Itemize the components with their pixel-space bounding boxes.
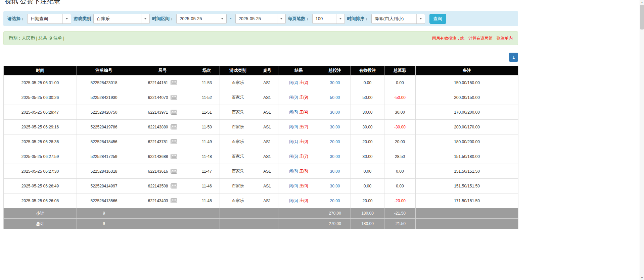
result-cell: 闲(6) 庄(6): [278, 164, 319, 179]
subtotal-row-total-bet: 270.00: [319, 208, 351, 219]
total-bet-link[interactable]: 30.00: [330, 184, 340, 188]
query-type-select[interactable]: 日期查询: [27, 14, 71, 24]
column-header-0: 时间: [4, 66, 77, 75]
bet-id-cell: 522528419786: [77, 120, 131, 134]
table-no-cell: AS1: [256, 134, 278, 149]
round-wrap: 622143781: [148, 139, 177, 144]
game-type-cell: 百家乐: [220, 90, 256, 105]
date-to-select[interactable]: 2025-05-25: [235, 14, 286, 24]
total-bet-link[interactable]: 30.00: [330, 110, 340, 115]
round-replay-icon[interactable]: [171, 110, 177, 115]
round-number: 622144070: [148, 95, 168, 100]
valid-bet-cell: 20.00: [351, 134, 384, 149]
records-tfoot: 小计9270.00180.00-21.50总计9270.00180.00-21.…: [4, 208, 518, 229]
column-header-4: 游戏类别: [220, 66, 256, 75]
table-no-cell: AS1: [256, 149, 278, 164]
table-no-cell: AS1: [256, 179, 278, 193]
time-cell: 2025-05-25 06:27:30: [4, 164, 77, 179]
result-player: 闲(2): [289, 80, 298, 85]
round-replay-icon[interactable]: [171, 124, 177, 129]
payout-cell: -20.00: [384, 193, 416, 208]
total-bet-cell: 30.00: [319, 179, 351, 193]
chevron-down-icon: [141, 14, 149, 23]
round-replay-icon[interactable]: [171, 154, 177, 159]
date-from-select[interactable]: 2025-05-25: [176, 14, 227, 24]
session-cell: 11-48: [194, 149, 220, 164]
date-range-label: 时间区间：: [152, 16, 174, 22]
session-cell: 11-52: [194, 90, 220, 105]
round-replay-icon[interactable]: [171, 139, 177, 144]
query-type-label: 请选择：: [7, 16, 25, 22]
total-bet-link[interactable]: 30.00: [330, 154, 340, 159]
sort-selected-value: 降冪(由大到小): [372, 16, 407, 22]
total-bet-link[interactable]: 20.00: [330, 139, 340, 144]
round-replay-icon[interactable]: [171, 183, 177, 188]
vertical-scrollbar[interactable]: ▲ ▼: [640, 0, 644, 229]
records-tbody: 2025-05-25 06:31:00522528423018622144151…: [4, 75, 518, 208]
bet-records-table: 时间注单编号局号场次游戏类别桌号结果总投注有效投注总派彩备注 2025-05-2…: [3, 66, 518, 229]
page-size-selected-value: 100: [313, 16, 326, 21]
valid-bet-cell: 20.00: [351, 193, 384, 208]
game-type-cell: 百家乐: [220, 120, 256, 134]
session-cell: 11-49: [194, 134, 220, 149]
round-wrap: 622144151: [148, 80, 177, 85]
session-cell: 11-50: [194, 120, 220, 134]
payout-cell: -50.00: [384, 90, 416, 105]
page-size-select[interactable]: 100: [312, 14, 345, 24]
game-type-label: 游戏类别: [74, 16, 91, 22]
table-no-cell: AS1: [256, 90, 278, 105]
chevron-down-icon: [277, 14, 285, 23]
result-banker: 庄(7): [299, 154, 308, 159]
result-player: 闲(0): [289, 183, 298, 188]
game-type-select[interactable]: 百家乐: [93, 14, 150, 24]
valid-bet-cell: 30.00: [351, 120, 384, 134]
total-bet-link[interactable]: 50.00: [330, 95, 340, 100]
subtotal-row-valid-bet: 180.00: [351, 208, 384, 219]
total-bet-link[interactable]: 30.00: [330, 80, 340, 85]
bet-id-cell: 522528413566: [77, 193, 131, 208]
search-button[interactable]: 查询: [429, 14, 446, 24]
total-bet-link[interactable]: 30.00: [330, 125, 340, 129]
date-range-separator: ~: [229, 16, 233, 21]
session-cell: 11-45: [194, 193, 220, 208]
result-banker: 庄(6): [299, 169, 308, 173]
total-bet-link[interactable]: 20.00: [330, 199, 340, 203]
table-row: 2025-05-25 06:30:26522528421930622144070…: [4, 90, 518, 105]
round-replay-icon[interactable]: [171, 198, 177, 203]
round-wrap: 622143403: [148, 198, 177, 203]
round-replay-icon[interactable]: [171, 80, 177, 85]
page-button-1[interactable]: 1: [509, 53, 518, 62]
chevron-down-icon: [336, 14, 344, 23]
total-bet-cell: 30.00: [319, 164, 351, 179]
scrollbar-thumb[interactable]: [640, 5, 644, 30]
time-cell: 2025-05-25 06:26:49: [4, 179, 77, 193]
round-replay-icon[interactable]: [171, 169, 177, 174]
result-banker: 庄(2): [299, 80, 308, 85]
total-bet-link[interactable]: 30.00: [330, 169, 340, 174]
pagination: 1: [3, 53, 518, 62]
total-bet-cell: 50.00: [319, 90, 351, 105]
round-replay-icon[interactable]: [171, 95, 177, 100]
column-header-6: 结果: [278, 66, 319, 75]
total-bet-cell: 30.00: [319, 149, 351, 164]
session-cell: 11-46: [194, 179, 220, 193]
round-wrap: 622143508: [148, 183, 177, 188]
time-cell: 2025-05-25 06:31:00: [4, 75, 77, 90]
table-no-cell: AS1: [256, 164, 278, 179]
game-type-cell: 百家乐: [220, 149, 256, 164]
result-player: 闲(9): [289, 124, 298, 129]
round-number: 622143508: [148, 184, 168, 188]
bet-id-cell: 522528416318: [77, 164, 131, 179]
grand-total-row-payout: -21.50: [384, 219, 416, 229]
time-cell: 2025-05-25 06:28:36: [4, 134, 77, 149]
round-wrap: 622143880: [148, 124, 177, 129]
subtotal-row-payout: -21.50: [384, 208, 416, 219]
sort-select[interactable]: 降冪(由大到小): [371, 14, 425, 24]
bet-id-cell: 522528420750: [77, 105, 131, 120]
time-cell: 2025-05-25 06:30:26: [4, 90, 77, 105]
session-cell: 11-53: [194, 75, 220, 90]
game-type-cell: 百家乐: [220, 105, 256, 120]
table-no-cell: AS1: [256, 120, 278, 134]
scroll-up-icon[interactable]: ▲: [640, 0, 644, 4]
total-bet-cell: 30.00: [319, 120, 351, 134]
